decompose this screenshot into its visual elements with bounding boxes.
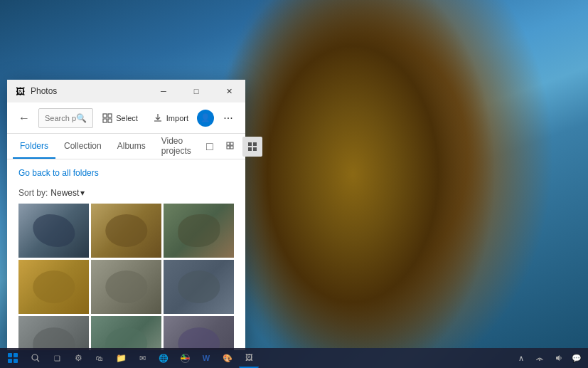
more-button[interactable]: ··· bbox=[217, 107, 240, 130]
taskbar-notification[interactable]: 💬 bbox=[568, 348, 585, 368]
svg-point-16 bbox=[539, 359, 540, 361]
taskbar-task-view[interactable]: ❑ bbox=[47, 348, 67, 368]
toolbar: ← 🔍 Select bbox=[7, 102, 245, 134]
taskbar-settings[interactable]: ⚙ bbox=[68, 348, 88, 368]
import-label: Import bbox=[166, 114, 188, 122]
svg-rect-3 bbox=[108, 119, 112, 122]
window-title: Photos bbox=[31, 86, 57, 96]
title-controls: ─ □ ✕ bbox=[147, 80, 245, 102]
svg-rect-5 bbox=[230, 142, 233, 145]
taskbar-volume[interactable] bbox=[550, 348, 567, 368]
tab-collection[interactable]: Collection bbox=[57, 134, 109, 159]
search-icon: 🔍 bbox=[76, 113, 87, 123]
account-avatar[interactable]: 👤 bbox=[197, 110, 214, 127]
volume-icon bbox=[554, 354, 562, 362]
taskbar-chevron[interactable]: ∧ bbox=[513, 348, 530, 368]
select-button[interactable]: Select bbox=[96, 107, 144, 130]
taskbar-store[interactable]: 🛍 bbox=[90, 348, 109, 368]
photo-4-animal bbox=[33, 270, 75, 303]
search-input[interactable] bbox=[45, 114, 76, 122]
windows-logo bbox=[8, 353, 18, 363]
select-label: Select bbox=[116, 114, 138, 122]
back-button[interactable]: ← bbox=[13, 107, 36, 130]
taskbar: ❑ ⚙ 🛍 📁 ✉ 🌐 W 🎨 🖼 ∧ bbox=[0, 348, 588, 368]
svg-point-12 bbox=[32, 354, 38, 360]
svg-rect-10 bbox=[248, 147, 252, 151]
tab-video-projects-label: Video projects bbox=[161, 136, 191, 156]
search-box[interactable]: 🔍 bbox=[38, 108, 93, 128]
nav-tabs: Folders Collection Albums Video projects… bbox=[7, 134, 245, 159]
tab-albums[interactable]: Albums bbox=[110, 134, 153, 159]
photo-5-animal bbox=[105, 270, 147, 303]
photo-grid bbox=[18, 204, 234, 350]
taskbar-edge[interactable]: 🌐 bbox=[154, 348, 173, 368]
sort-row: Sort by: Newest ▾ bbox=[18, 188, 234, 198]
tab-folders[interactable]: Folders bbox=[13, 134, 55, 159]
close-button[interactable]: ✕ bbox=[213, 80, 245, 102]
tab-video-projects[interactable]: Video projects bbox=[154, 134, 198, 159]
content-area: Go back to all folders Sort by: Newest ▾ bbox=[7, 159, 245, 350]
photo-1-animal bbox=[33, 214, 75, 247]
photo-7[interactable] bbox=[18, 316, 89, 350]
taskbar-chrome[interactable] bbox=[175, 348, 195, 368]
photo-2[interactable] bbox=[91, 204, 161, 258]
import-button[interactable]: Import bbox=[146, 107, 194, 130]
view-single[interactable]: □ bbox=[200, 137, 220, 157]
go-back-link[interactable]: Go back to all folders bbox=[18, 165, 234, 181]
photos-window: 🖼 Photos ─ □ ✕ ← 🔍 bbox=[7, 80, 245, 350]
desktop: 🖼 Photos ─ □ ✕ ← 🔍 bbox=[0, 0, 588, 368]
taskbar-photos[interactable]: 🖼 bbox=[239, 348, 259, 368]
photo-6[interactable] bbox=[164, 260, 234, 314]
taskbar-word[interactable]: W bbox=[196, 348, 216, 368]
tab-folders-label: Folders bbox=[20, 141, 48, 151]
taskbar-search[interactable] bbox=[26, 348, 46, 368]
svg-rect-0 bbox=[103, 114, 107, 117]
photo-9-animal bbox=[178, 327, 220, 350]
taskbar-mail[interactable]: ✉ bbox=[132, 348, 152, 368]
start-button[interactable] bbox=[3, 348, 23, 368]
svg-rect-1 bbox=[108, 114, 112, 117]
chrome-icon bbox=[181, 354, 190, 363]
maximize-button[interactable]: □ bbox=[180, 80, 213, 102]
view-single-icon: □ bbox=[206, 140, 213, 153]
sort-dropdown[interactable]: Newest ▾ bbox=[50, 188, 85, 198]
view-grid-small[interactable] bbox=[221, 137, 241, 157]
network-icon bbox=[535, 354, 544, 362]
title-bar-left: 🖼 Photos bbox=[16, 86, 57, 97]
avatar-icon: 👤 bbox=[201, 113, 210, 122]
photo-5[interactable] bbox=[91, 260, 161, 314]
photo-4[interactable] bbox=[18, 260, 89, 314]
select-icon bbox=[102, 112, 113, 124]
photos-app-icon: 🖼 bbox=[16, 86, 25, 97]
view-grid-large[interactable] bbox=[242, 137, 262, 157]
photo-3[interactable] bbox=[164, 204, 234, 258]
svg-rect-8 bbox=[248, 142, 252, 146]
title-bar: 🖼 Photos ─ □ ✕ bbox=[7, 80, 245, 102]
minimize-button[interactable]: ─ bbox=[147, 80, 180, 102]
svg-rect-9 bbox=[253, 142, 257, 146]
svg-rect-2 bbox=[103, 119, 107, 122]
grid-large-icon bbox=[247, 142, 257, 152]
svg-rect-6 bbox=[227, 146, 230, 149]
photo-6-animal bbox=[178, 270, 220, 303]
photo-8[interactable] bbox=[91, 316, 161, 350]
view-toggles: □ bbox=[200, 137, 262, 157]
import-icon bbox=[152, 112, 164, 124]
sort-value-text: Newest bbox=[50, 188, 79, 198]
photo-9[interactable] bbox=[164, 316, 234, 350]
svg-line-13 bbox=[37, 359, 39, 362]
taskbar-right: ∧ 💬 bbox=[513, 348, 585, 368]
start-sq-3 bbox=[8, 359, 12, 363]
photo-8-animal bbox=[105, 327, 147, 350]
sort-chevron-icon: ▾ bbox=[80, 188, 85, 198]
photo-3-animal bbox=[178, 214, 220, 247]
taskbar-explorer[interactable]: 📁 bbox=[111, 348, 131, 368]
photo-1[interactable] bbox=[18, 204, 89, 258]
taskbar-paint[interactable]: 🎨 bbox=[218, 348, 237, 368]
photo-7-animal bbox=[33, 327, 75, 350]
taskbar-network[interactable] bbox=[531, 348, 548, 368]
sort-label: Sort by: bbox=[18, 188, 48, 198]
svg-rect-11 bbox=[253, 147, 257, 151]
taskbar-icons: ❑ ⚙ 🛍 📁 ✉ 🌐 W 🎨 🖼 bbox=[23, 348, 262, 368]
taskbar-search-icon bbox=[31, 354, 40, 362]
